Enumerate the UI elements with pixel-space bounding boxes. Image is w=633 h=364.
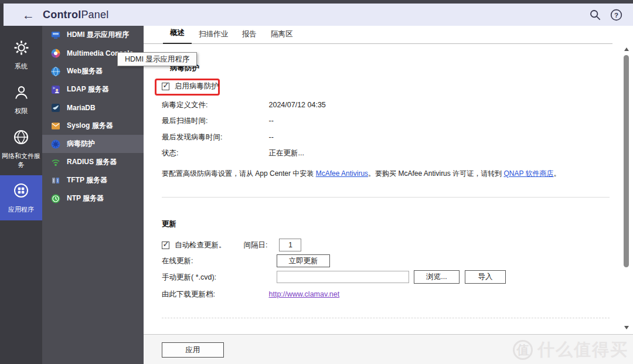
apply-button[interactable]: 应用 <box>162 342 224 358</box>
multimedia-console-icon <box>51 49 60 58</box>
qnap-store-link[interactable]: QNAP 软件商店 <box>503 169 553 178</box>
category-rail: 系统 权限 网络和文件服务 应用程序 <box>0 26 42 364</box>
enable-antivirus-label: 启用病毒防护 <box>175 81 219 91</box>
scrollbar-thumb[interactable] <box>624 55 629 267</box>
clamav-link[interactable]: http://www.clamav.net <box>268 290 339 298</box>
field-label: 病毒定义文件: <box>162 100 267 110</box>
manual-update-file-input[interactable] <box>277 271 409 283</box>
page-title: ControlPanel <box>43 9 108 21</box>
ldap-server-icon <box>51 85 60 94</box>
manual-update-row: 手动更新( *.cvd): 浏览... 导入 <box>162 273 267 283</box>
field-label: 状态: <box>162 148 267 158</box>
person-icon <box>13 84 29 103</box>
tftp-server-icon <box>51 176 60 185</box>
antivirus-virus-icon <box>51 140 60 149</box>
auto-check-update-label: 自动检查更新。 <box>175 240 226 250</box>
field-label: 最后扫描时间: <box>162 116 267 126</box>
search-icon[interactable] <box>589 9 601 21</box>
note-text: 要配置高级防病毒设置，请从 App Center 中安装 <box>162 169 316 178</box>
rail-item-system[interactable]: 系统 <box>0 33 42 77</box>
status-value: 正在更新... <box>268 149 304 157</box>
app-item-label: LDAP 服务器 <box>67 84 109 94</box>
app-item-label: 病毒防护 <box>67 139 95 149</box>
app-item-ldap-server[interactable]: LDAP 服务器 <box>42 80 144 98</box>
watermark-text: 什么值得买 <box>537 338 628 362</box>
tab-quarantine[interactable]: 隔离区 <box>264 25 300 44</box>
interval-days-input[interactable] <box>279 239 301 251</box>
app-item-label: RADIUS 服务器 <box>67 157 117 167</box>
vertical-scrollbar <box>622 45 631 334</box>
hdmi-tooltip: HDMI 显示应用程序 <box>117 52 197 66</box>
online-update-row: 在线更新: 立即更新 <box>162 256 267 266</box>
rail-item-network-file-services[interactable]: 网络和文件服务 <box>0 122 42 176</box>
app-item-syslog-server[interactable]: Syslog 服务器 <box>42 117 144 135</box>
note-text: 。要购买 McAfee Antivirus 许可证，请转到 <box>368 169 503 178</box>
app-item-mariadb[interactable]: MariaDB <box>42 98 144 117</box>
scrollbar-up-arrow-icon[interactable] <box>624 47 629 51</box>
content-bottom-divider <box>162 318 610 318</box>
rail-label-privilege: 权限 <box>15 107 28 115</box>
field-status: 状态: 正在更新... <box>162 148 304 158</box>
help-icon[interactable]: ? <box>610 9 622 21</box>
mcafee-note: 要配置高级防病毒设置，请从 App Center 中安装 McAfee Anti… <box>162 168 614 179</box>
hdmi-monitor-icon <box>51 30 60 40</box>
enable-antivirus-checkbox[interactable] <box>162 83 169 90</box>
app-item-label: Syslog 服务器 <box>67 121 113 131</box>
import-button[interactable]: 导入 <box>465 270 506 284</box>
section-divider <box>162 197 610 198</box>
tab-scan-jobs[interactable]: 扫描作业 <box>192 25 235 44</box>
app-item-tftp-server[interactable]: TFTP 服务器 <box>42 171 144 189</box>
download-source-row: 由此下载更新档: http://www.clamav.net <box>162 290 339 300</box>
tab-bar: 概述 扫描作业 报告 隔离区 <box>144 26 612 44</box>
back-button[interactable]: ← <box>22 9 35 21</box>
ntp-clock-icon <box>51 194 60 203</box>
rail-item-applications[interactable]: 应用程序 <box>0 175 42 220</box>
browse-button[interactable]: 浏览... <box>414 270 460 284</box>
app-item-label: TFTP 服务器 <box>67 175 107 185</box>
application-list-sidebar: HDMI 显示应用程序 Multimedia Console Web服务器 LD… <box>42 26 144 364</box>
enable-antivirus-row: 启用病毒防护 <box>162 81 219 91</box>
field-virus-definitions: 病毒定义文件: 2024/07/12 04:35 <box>162 100 326 110</box>
auto-check-update-row: 自动检查更新。 间隔日: <box>162 239 301 251</box>
footer-bar: 应用 值 什么值得买 <box>144 334 633 364</box>
globe-icon <box>13 129 29 148</box>
rail-label-network-file-services: 网络和文件服务 <box>1 152 41 169</box>
page-title-bold: Control <box>43 9 81 21</box>
app-item-label: HDMI 显示应用程序 <box>67 30 129 40</box>
mariadb-icon <box>51 103 60 113</box>
manual-update-label: 手动更新( *.cvd): <box>162 273 267 283</box>
auto-check-update-checkbox[interactable] <box>162 241 169 249</box>
update-section-title: 更新 <box>162 219 176 229</box>
app-item-radius-server[interactable]: RADIUS 服务器 <box>42 153 144 171</box>
app-item-ntp-server[interactable]: NTP 服务器 <box>42 189 144 207</box>
field-value: -- <box>268 133 273 141</box>
app-item-label: NTP 服务器 <box>67 193 104 203</box>
rail-label-system: 系统 <box>15 62 28 71</box>
field-label: 最后发现病毒时间: <box>162 132 267 142</box>
radius-wifi-icon <box>51 158 60 167</box>
update-now-button[interactable]: 立即更新 <box>277 254 330 267</box>
apps-grid-icon <box>13 182 29 201</box>
tab-reports[interactable]: 报告 <box>235 25 264 44</box>
app-item-label: MariaDB <box>67 104 96 112</box>
online-update-label: 在线更新: <box>162 256 267 266</box>
field-value: 2024/07/12 04:35 <box>268 101 325 109</box>
note-text: 。 <box>554 169 561 178</box>
interval-label: 间隔日: <box>244 240 268 250</box>
app-item-antivirus[interactable]: 病毒防护 <box>42 135 144 153</box>
field-last-scan-time: 最后扫描时间: -- <box>162 116 274 126</box>
rail-label-applications: 应用程序 <box>8 205 34 214</box>
top-header-bar: ← ControlPanel ? <box>4 4 633 26</box>
field-last-virus-found: 最后发现病毒时间: -- <box>162 132 274 142</box>
app-item-hdmi-display[interactable]: HDMI 显示应用程序 <box>42 26 144 44</box>
main-content: 概述 扫描作业 报告 隔离区 病毒防护 启用病毒防护 病毒定义文件: 2024/… <box>144 26 633 364</box>
tab-overview[interactable]: 概述 <box>163 24 192 44</box>
scrollbar-down-arrow-icon[interactable] <box>624 326 629 329</box>
watermark-badge-icon: 值 <box>513 340 533 360</box>
web-server-globe-icon <box>51 67 60 76</box>
mcafee-antivirus-link[interactable]: McAfee Antivirus <box>316 169 368 178</box>
download-source-label: 由此下载更新档: <box>162 290 267 300</box>
gear-icon <box>13 40 29 58</box>
app-item-label: Web服务器 <box>67 66 103 76</box>
rail-item-privilege[interactable]: 权限 <box>0 77 42 122</box>
